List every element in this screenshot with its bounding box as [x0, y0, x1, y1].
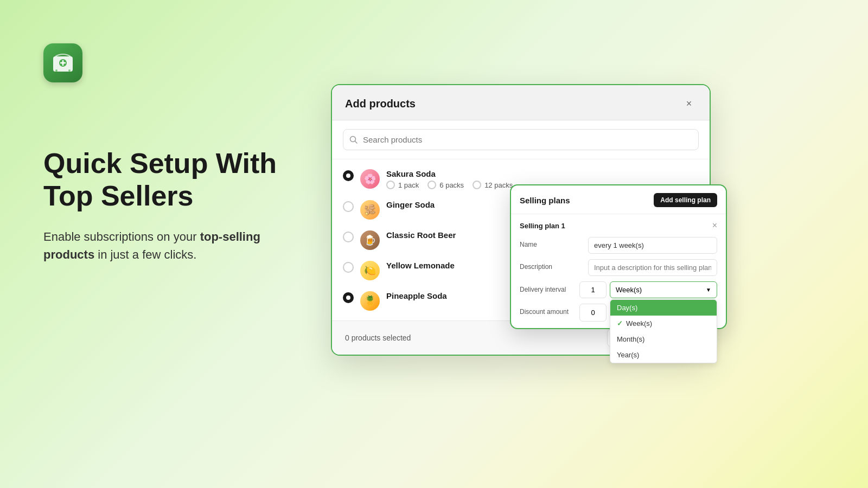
sp-description-field: Description [520, 259, 717, 276]
sp-dropdown-item-days[interactable]: Day(s) [610, 300, 717, 316]
selected-count: 0 products selected [345, 333, 411, 342]
sp-dropdown-item-months[interactable]: Month(s) [610, 331, 717, 347]
variant-label-12packs: 12 packs [484, 181, 513, 189]
search-container [332, 120, 710, 159]
sp-dropdown-item-weeks[interactable]: ✓ Week(s) [610, 316, 717, 331]
dialog-title: Add products [345, 98, 416, 110]
radio-ginger-soda[interactable] [343, 201, 354, 212]
add-selling-plan-button[interactable]: Add selling plan [654, 193, 717, 207]
sp-delivery-label: Delivery interval [520, 281, 579, 293]
radio-yellow-lemonade[interactable] [343, 262, 354, 273]
product-name-sakura-soda: Sakura Soda [386, 169, 699, 178]
search-input-wrap [343, 129, 699, 150]
search-icon [349, 136, 358, 144]
variant-radio-1pack[interactable] [386, 181, 395, 189]
avatar-sakura-soda: 🌸 [360, 169, 380, 189]
sp-delivery-inputs: Week(s) ▼ Day(s) ✓ Week(s) Month(s) [579, 281, 717, 298]
avatar-pineapple-soda: 🍍 [360, 291, 380, 311]
sp-delivery-dropdown-trigger[interactable]: Week(s) ▼ [610, 281, 717, 298]
sp-delivery-number-input[interactable] [579, 281, 607, 298]
day-option-label: Day(s) [617, 304, 637, 312]
sp-plan-title: Selling plan 1 [520, 222, 565, 230]
app-icon [43, 43, 82, 82]
hero-title: Quick Setup With Top Sellers [43, 147, 326, 213]
year-option-label: Year(s) [617, 351, 639, 359]
week-option-label: Week(s) [626, 319, 652, 328]
variant-6packs[interactable]: 6 packs [427, 181, 464, 189]
sp-name-field: Name [520, 237, 717, 254]
hero-subtitle: Enable subscriptions on your top-selling… [43, 228, 271, 264]
variant-12packs[interactable]: 12 packs [473, 181, 513, 189]
left-section: Quick Setup With Top Sellers Enable subs… [43, 43, 326, 264]
sp-header: Selling plans Add selling plan [511, 185, 726, 214]
avatar-classic-root-beer: 🍺 [360, 230, 380, 250]
sp-delivery-dropdown: Day(s) ✓ Week(s) Month(s) Year(s) [610, 299, 717, 363]
sp-plan-close-button[interactable]: × [712, 221, 717, 230]
sp-dropdown-item-years[interactable]: Year(s) [610, 347, 717, 363]
sp-name-input[interactable] [588, 237, 717, 254]
variant-label-1pack: 1 pack [398, 181, 419, 189]
sp-description-input[interactable] [588, 259, 717, 276]
sp-discount-number-input[interactable] [579, 304, 607, 322]
chevron-down-icon: ▼ [706, 287, 711, 293]
variant-label-6packs: 6 packs [439, 181, 464, 189]
dialog-header: Add products × [332, 85, 710, 120]
sp-description-label: Description [520, 263, 579, 271]
radio-classic-root-beer[interactable] [343, 232, 354, 242]
sp-discount-label: Discount amount [520, 304, 579, 316]
sp-delivery-row: Delivery interval Week(s) ▼ Day(s) ✓ Wee… [520, 281, 717, 298]
radio-sakura-soda[interactable] [343, 170, 354, 181]
variant-radio-12packs[interactable] [473, 181, 481, 189]
sp-name-label: Name [520, 241, 579, 248]
dialog-close-button[interactable]: × [681, 96, 697, 111]
avatar-ginger-soda: 🫚 [360, 200, 380, 220]
selling-plans-panel: Selling plans Add selling plan Selling p… [510, 184, 727, 329]
radio-pineapple-soda[interactable] [343, 292, 354, 303]
search-input[interactable] [343, 129, 699, 150]
svg-point-2 [55, 69, 58, 72]
avatar-yellow-lemonade: 🍋 [360, 261, 380, 280]
sp-plan-1: Selling plan 1 × Name Description Delive… [511, 214, 726, 328]
sp-plan-header: Selling plan 1 × [520, 221, 717, 230]
sp-title: Selling plans [520, 196, 570, 205]
variant-1pack[interactable]: 1 pack [386, 181, 419, 189]
week-check-icon: ✓ [617, 319, 623, 328]
variant-radio-6packs[interactable] [427, 181, 436, 189]
sp-delivery-selected-value: Week(s) [616, 286, 642, 294]
svg-point-3 [68, 69, 71, 72]
month-option-label: Month(s) [617, 335, 644, 343]
